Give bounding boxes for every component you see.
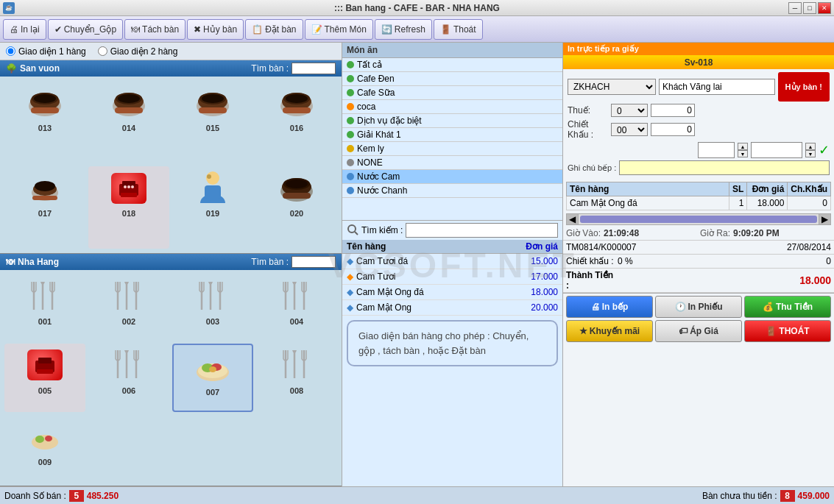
info-balloon: Giao diện bán hàng cho phép : Chuyển, gộ…	[347, 320, 558, 366]
price-up-button[interactable]: ▲	[805, 143, 816, 150]
table-017[interactable]: 017	[4, 166, 85, 249]
customer-row: ZKHACH Khách Vãng lai Hủy bàn !	[568, 72, 830, 102]
discount-select[interactable]: 00	[611, 123, 648, 136]
layout-1-option[interactable]: Giao diện 1 hàng	[6, 46, 86, 57]
ticket-date: 27/08/2014	[787, 242, 831, 252]
mon-an-list: Tất cả Cafe Đen Cafe Sữa coca Dịch vụ đặ…	[342, 58, 562, 220]
coffee-dark-icon	[277, 171, 317, 206]
price-spinner[interactable]: ▲ ▼	[805, 143, 816, 157]
window-title: ::: Ban hang - CAFE - BAR - NHA HANG	[334, 3, 500, 13]
confirm-icon[interactable]: ✓	[819, 142, 830, 158]
scroll-left-button[interactable]: ◀	[567, 214, 579, 224]
ap-gia-button[interactable]: 🏷 Áp Giá	[655, 320, 742, 342]
scroll-right-button[interactable]: ▶	[819, 214, 830, 224]
maximize-button[interactable]: □	[803, 2, 816, 14]
table-002[interactable]: 002	[88, 274, 169, 341]
table-005[interactable]: 005	[4, 344, 85, 413]
discount-value-input[interactable]	[651, 123, 695, 136]
tax-select[interactable]: 0	[611, 104, 648, 117]
close-button[interactable]: ✕	[818, 2, 831, 14]
tax-value-input[interactable]	[651, 104, 695, 117]
table-001[interactable]: 001	[4, 274, 85, 341]
table-003[interactable]: 003	[172, 274, 253, 341]
layout-2-radio[interactable]	[98, 46, 107, 56]
khuyen-mai-button[interactable]: ★ Khuyến mãi	[566, 320, 653, 342]
table-020-icon	[275, 168, 319, 208]
order-row[interactable]: Cam Mật Ong đá 1 18.000 0	[567, 196, 831, 210]
table-001-label: 001	[38, 317, 52, 326]
table-020[interactable]: 020	[256, 166, 337, 249]
thoat-button[interactable]: 🚪 Thoát	[434, 19, 483, 40]
table-015[interactable]: 015	[172, 81, 253, 163]
nha-hang-find-input[interactable]	[291, 256, 336, 268]
table-019[interactable]: 019	[172, 166, 253, 249]
table-016[interactable]: 016	[256, 81, 337, 163]
in-phieu-button[interactable]: 🕐 In Phiếu	[655, 296, 742, 318]
layout-2-option[interactable]: Giao diện 2 hàng	[98, 46, 178, 57]
huy-ban-right-button[interactable]: Hủy bàn !	[778, 72, 830, 102]
svg-point-90	[45, 436, 52, 441]
customer-select[interactable]: ZKHACH	[568, 79, 656, 95]
discount2-label: Chiết khấu :	[566, 256, 618, 266]
note-row: Ghi chú bếp :	[568, 160, 830, 175]
mon-an-kem-ly[interactable]: Kem ly	[342, 142, 562, 156]
nha-hang-header: 🍽 Nha Hang Tìm bàn :	[0, 254, 342, 270]
search-input[interactable]	[406, 223, 558, 238]
table-009[interactable]: 009	[4, 415, 85, 481]
svg-rect-19	[283, 107, 311, 113]
table-007-icon	[191, 347, 235, 387]
qty-spinner[interactable]: ▲ ▼	[738, 143, 748, 157]
qty-down-button[interactable]: ▼	[738, 150, 748, 157]
chuyen-gop-button[interactable]: ✔ Chuyển_Gộp	[48, 19, 123, 40]
mon-an-dich-vu[interactable]: Dịch vụ đặc biệt	[342, 114, 562, 128]
huy-ban-button[interactable]: ✖ Hủy bàn	[187, 19, 244, 40]
mon-an-coca[interactable]: coca	[342, 100, 562, 114]
mon-an-nuoc-cam[interactable]: Nước Cam	[342, 170, 562, 184]
nha-hang-section: 🍽 Nha Hang Tìm bàn :	[0, 254, 342, 486]
dat-ban-button[interactable]: 📋 Đặt bàn	[245, 19, 303, 40]
in-lai-button[interactable]: 🖨 In lại	[3, 19, 46, 40]
svg-rect-9	[115, 107, 143, 113]
thu-tien-button[interactable]: 💰 Thu Tiền	[744, 296, 831, 318]
tax-row: Thuế: 0	[568, 104, 830, 117]
coffee-icon	[109, 85, 149, 121]
table-004[interactable]: 004	[256, 274, 337, 341]
price-down-button[interactable]: ▼	[805, 150, 816, 157]
them-mon-button[interactable]: 📝 Thêm Món	[305, 19, 373, 40]
table-006[interactable]: 006	[88, 344, 169, 413]
title-bar: ☕ ::: Ban hang - CAFE - BAR - NHA HANG ─…	[0, 0, 834, 16]
area-icon: 🌳	[6, 63, 17, 74]
table-018[interactable]: 018	[88, 166, 169, 249]
san-vuon-find-input[interactable]	[291, 63, 336, 74]
mon-an-cafe-den[interactable]: Cafe Đen	[342, 72, 562, 86]
customer-name: Khách Vãng lai	[659, 79, 775, 95]
table-014[interactable]: 014	[88, 81, 169, 163]
layout-1-radio[interactable]	[6, 46, 15, 56]
unit-price-input[interactable]: 18000	[751, 142, 802, 158]
refresh-button[interactable]: 🔄 Refresh	[375, 19, 432, 40]
horizontal-scrollbar[interactable]: ◀ ▶	[566, 213, 831, 225]
search-result-cam-mat-ong-da[interactable]: ◆Cam Mật Ong đá 18.000	[342, 285, 562, 300]
register-icon	[34, 355, 56, 375]
thoat-right-button[interactable]: 🚪 THOÁT	[744, 320, 831, 342]
tach-ban-button[interactable]: 🍽 Tách bàn	[124, 19, 185, 40]
qty-up-button[interactable]: ▲	[738, 143, 748, 150]
table-008[interactable]: 008	[256, 344, 337, 413]
qty-input[interactable]: 1	[698, 142, 735, 158]
note-label: Ghi chú bếp :	[568, 163, 616, 173]
mon-an-nuoc-chanh[interactable]: Nước Chanh	[342, 184, 562, 198]
mon-an-giai-khat[interactable]: Giải Khát 1	[342, 128, 562, 142]
search-result-cam-tuoi-da[interactable]: ◆Cam Tươi đá 15.000	[342, 254, 562, 269]
search-result-cam-tuoi[interactable]: ◆Cam Tươi 17.000	[342, 269, 562, 285]
table-007[interactable]: 007	[172, 344, 253, 413]
time-in-value: 21:09:48	[604, 228, 639, 238]
search-result-cam-mat-ong[interactable]: ◆Cam Mật Ong 20.000	[342, 300, 562, 316]
note-input[interactable]	[619, 160, 830, 175]
table-013[interactable]: 013	[4, 81, 85, 163]
in-bep-button[interactable]: 🖨 In bếp	[566, 296, 653, 318]
mon-an-none[interactable]: NONE	[342, 156, 562, 170]
mon-an-tat-ca[interactable]: Tất cả	[342, 58, 562, 72]
minimize-button[interactable]: ─	[788, 2, 802, 14]
dot-icon	[347, 75, 354, 82]
mon-an-cafe-sua[interactable]: Cafe Sữa	[342, 86, 562, 100]
